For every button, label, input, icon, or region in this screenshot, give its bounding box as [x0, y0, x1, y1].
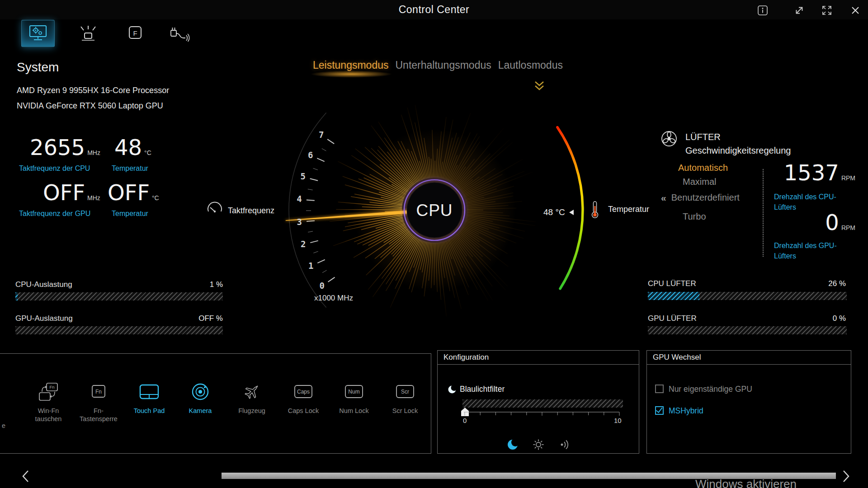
blue-light-slider-track[interactable]: [462, 399, 623, 408]
gpu-fan-label: GPU LÜFTER: [648, 314, 697, 323]
gpu-fan-rpm-label: Drehzahl des GPU- Lüfters: [774, 240, 837, 261]
svg-text:2: 2: [301, 239, 306, 249]
gpu-temperature-stat: OFF°C: [108, 182, 159, 203]
gpu-temperature-label: Temperatur: [112, 210, 148, 218]
toggle-caps-lock[interactable]: Caps Caps Lock: [280, 379, 327, 448]
toggle-scr-lock[interactable]: Scr Scr Lock: [382, 379, 429, 448]
titlebar: Control Center: [0, 0, 868, 19]
fullscreen-button[interactable]: [821, 4, 833, 17]
f-key-letter: F: [133, 29, 137, 37]
toggle-num-lock[interactable]: Num Num Lock: [330, 379, 377, 448]
brightness-icon[interactable]: [533, 439, 544, 452]
gpu-switch-panel: GPU Wechsel Nur eigenständige GPU MSHybr…: [646, 350, 851, 454]
temperature-marker-value: 48 °C: [543, 207, 565, 217]
gpu-frequency-label: Taktfrequenz der GPU: [19, 210, 90, 218]
scr-lock-key-icon: Scr: [395, 379, 415, 404]
scroll-right-button[interactable]: [840, 469, 852, 485]
keyboard-backlight-icon: [79, 24, 97, 42]
thermometer-icon: [590, 201, 599, 221]
cpu-fan-rpm: 1537RPM: [784, 162, 855, 183]
konfiguration-header: Konfiguration: [438, 351, 639, 365]
slider-ruler: [463, 412, 621, 418]
system-title: System: [17, 60, 59, 75]
chevron-double-left-icon: «: [661, 193, 666, 202]
svg-text:4: 4: [297, 194, 302, 204]
konfiguration-panel: Konfiguration Blaulichtfilter 0 10: [437, 350, 639, 454]
toggle-airplane[interactable]: Flugzeug: [228, 379, 275, 448]
cpu-temperature-stat: 48°C: [114, 136, 151, 158]
fan-mode-automatisch[interactable]: Automatisch: [678, 163, 728, 173]
info-button[interactable]: [756, 4, 769, 17]
airplane-icon: [242, 379, 262, 404]
fan-divider: [763, 169, 764, 257]
cpu-fan-value: 26 %: [828, 279, 846, 288]
gpu-fan-rpm: 0RPM: [825, 211, 855, 233]
svg-text:Caps: Caps: [297, 389, 310, 395]
konfiguration-title: Konfiguration: [443, 353, 489, 362]
blue-light-filter-label: Blaulichtfilter: [460, 385, 505, 394]
gpu-frequency-value: OFF: [43, 180, 85, 205]
close-icon: [850, 5, 860, 15]
nav-tab-devices[interactable]: [163, 20, 196, 46]
close-button[interactable]: [849, 4, 862, 17]
gauge-center-label: CPU: [416, 201, 453, 220]
cpu-fan-bar: [648, 292, 847, 300]
toggle-label: Num Lock: [339, 407, 368, 415]
volume-icon[interactable]: [559, 439, 571, 452]
checkbox-dedicated-gpu[interactable]: [655, 385, 664, 393]
fan-icon: [660, 130, 678, 149]
resize-icon: [794, 5, 804, 15]
fullscreen-icon: [821, 5, 832, 16]
svg-text:3: 3: [297, 217, 302, 227]
gauge-scale-numbers: 0 1 2 3 4 5 6 7: [297, 130, 325, 290]
nav-tab-system[interactable]: [21, 20, 55, 47]
toggle-camera[interactable]: Kamera: [177, 379, 224, 448]
svg-text:Scr: Scr: [401, 389, 409, 395]
speedometer-icon: [206, 201, 223, 216]
cable-icon: [169, 24, 190, 42]
toggle-win-fn-swap[interactable]: Fn Win-Fntauschen: [25, 379, 72, 448]
night-mode-icon[interactable]: [507, 439, 519, 452]
svg-text:5: 5: [300, 171, 305, 181]
fan-mode-turbo[interactable]: Turbo: [683, 211, 706, 222]
f-key-icon: F: [126, 24, 144, 42]
resize-button[interactable]: [793, 4, 806, 17]
gauge-dial-edge: [289, 113, 326, 308]
temperature-marker: 48 °C: [543, 207, 574, 217]
gpu-load-label: GPU-Auslastung: [15, 314, 73, 323]
scroll-left-button[interactable]: [20, 469, 32, 485]
checkbox-mshybrid[interactable]: [655, 406, 664, 415]
cpu-temperature-label: Temperatur: [112, 164, 148, 173]
gauge-temp-label: Temperatur: [608, 205, 649, 214]
nav-tab-function-keys[interactable]: F: [119, 20, 151, 46]
fn-lock-key-icon: Fn: [88, 379, 109, 404]
gpu-load-bar: [15, 326, 223, 334]
fan-mode-benutzerdefiniert[interactable]: « Benutzerdefiniert: [661, 192, 740, 203]
fan-title-line1: LÜFTER: [685, 132, 721, 142]
toggle-fn-lock[interactable]: Fn Fn-Tastensperre: [75, 379, 122, 448]
fan-mode-maximal[interactable]: Maximal: [683, 177, 716, 187]
checkbox-mshybrid-label[interactable]: MSHybrid: [669, 406, 703, 416]
fan-title-line2: Geschwindigkeitsregelung: [685, 145, 791, 156]
gpu-fan-rpm-value: 0: [825, 210, 839, 235]
toggles-partial-label: e: [2, 422, 5, 429]
toggle-label: Touch Pad: [134, 407, 165, 415]
cpu-temperature-value: 48: [114, 135, 142, 160]
cpu-name: AMD Ryzen 9 9955HX 16-Core Processor: [17, 86, 169, 95]
fn-swap-icon: Fn: [38, 379, 59, 404]
gpu-frequency-unit: MHz: [87, 194, 100, 202]
window-title: Control Center: [0, 4, 868, 16]
toggle-touchpad[interactable]: Touch Pad: [126, 379, 173, 448]
checkbox-dedicated-gpu-label[interactable]: Nur eigenständige GPU: [669, 385, 752, 394]
cpu-load-value: 1 %: [210, 280, 223, 289]
moon-icon: [448, 385, 457, 396]
temperature-marker-arrow-icon: [569, 210, 574, 215]
gpu-fan-value: 0 %: [833, 314, 846, 323]
svg-text:Fn: Fn: [49, 385, 54, 389]
cpu-fan-rpm-value: 1537: [784, 160, 839, 185]
cpu-load-label: CPU-Auslastung: [15, 280, 72, 289]
gauge-scale-unit: x1000 MHz: [314, 294, 353, 303]
cpu-temperature-unit: °C: [144, 149, 151, 156]
nav-tab-lighting[interactable]: [72, 20, 104, 46]
cpu-fan-label: CPU LÜFTER: [648, 279, 696, 288]
